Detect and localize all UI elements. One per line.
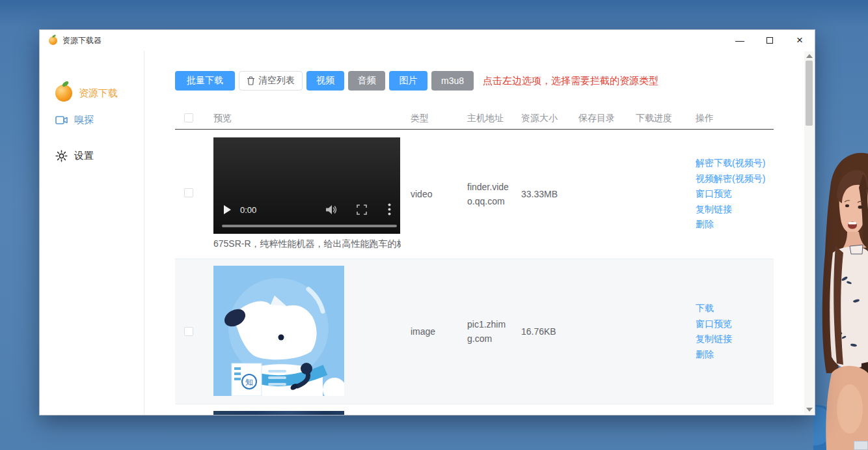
- sidebar-item-settings[interactable]: 设置: [55, 150, 94, 162]
- table-row: [175, 404, 774, 415]
- action-window-preview[interactable]: 窗口预览: [696, 186, 732, 202]
- row-checkbox[interactable]: [184, 188, 193, 197]
- cell-actions: 下载 窗口预览 复制链接 删除: [696, 259, 779, 404]
- app-logo-icon: [49, 36, 57, 45]
- wallpaper-character: [813, 148, 868, 450]
- action-download[interactable]: 下载: [696, 301, 714, 316]
- tangerine-icon: [55, 85, 72, 102]
- filter-hint-text: 点击左边选项，选择需要拦截的资源类型: [483, 71, 658, 91]
- video-caption: 675SR-R，纯粹性能机器，给出高性能跑车的标: [213, 238, 401, 250]
- vertical-scrollbar[interactable]: [804, 51, 814, 414]
- volume-icon[interactable]: [325, 204, 337, 215]
- header-progress: 下载进度: [636, 107, 672, 129]
- filter-audio-button[interactable]: 音频: [348, 71, 385, 91]
- cell-host: pic1.zhimg.com: [467, 259, 513, 404]
- filter-image-button[interactable]: 图片: [389, 71, 427, 91]
- fullscreen-icon[interactable]: [357, 204, 367, 215]
- resource-table: 预览 类型 主机地址 资源大小 保存目录 下载进度 操作 0:00: [175, 107, 774, 415]
- batch-download-button[interactable]: 批量下载: [175, 71, 235, 91]
- close-button[interactable]: ×: [785, 30, 815, 51]
- scroll-down-icon[interactable]: [806, 408, 813, 412]
- window-title: 资源下载器: [62, 35, 102, 46]
- sidebar-item-resource-download[interactable]: 资源下载: [55, 85, 118, 102]
- video-preview-player[interactable]: 0:00: [213, 137, 400, 234]
- row-checkbox[interactable]: [184, 327, 193, 336]
- action-window-preview[interactable]: 窗口预览: [696, 316, 732, 332]
- header-actions: 操作: [696, 107, 714, 129]
- clear-list-button[interactable]: 清空列表: [239, 71, 303, 91]
- clear-list-label: 清空列表: [258, 75, 295, 87]
- table-header-row: 预览 类型 主机地址 资源大小 保存目录 下载进度 操作: [175, 107, 774, 130]
- cell-size: 16.76KB: [521, 259, 556, 404]
- cell-type: video: [411, 130, 432, 259]
- action-delete[interactable]: 删除: [696, 347, 714, 363]
- cell-host: finder.video.qq.com: [467, 130, 513, 259]
- action-decrypt-download[interactable]: 解密下载(视频号): [696, 156, 765, 171]
- table-row: 知 image pic1.zhimg.com 16.76KB 下载 窗口预览: [175, 259, 774, 404]
- player-progress-bar[interactable]: [222, 225, 397, 227]
- video-camera-icon: [55, 115, 68, 125]
- taskbar-corner-widget: [854, 441, 868, 450]
- cell-type: image: [411, 259, 435, 404]
- app-window: 资源下载器 — × 资源下载 嗅探: [39, 29, 815, 415]
- action-copy-link[interactable]: 复制链接: [696, 331, 732, 347]
- filter-video-button[interactable]: 视频: [306, 71, 344, 91]
- action-video-decrypt[interactable]: 视频解密(视频号): [696, 171, 765, 187]
- play-icon[interactable]: [224, 205, 231, 214]
- header-host: 主机地址: [467, 107, 504, 129]
- header-savedir: 保存目录: [578, 107, 615, 129]
- filter-m3u8-button[interactable]: m3u8: [431, 71, 474, 91]
- action-copy-link[interactable]: 复制链接: [696, 202, 732, 218]
- image-preview-zhihu-dog[interactable]: 知: [213, 266, 344, 396]
- player-menu-icon[interactable]: [388, 203, 391, 216]
- sidebar-item-label: 设置: [74, 150, 94, 162]
- select-all-checkbox[interactable]: [184, 113, 193, 122]
- scrollbar-thumb[interactable]: [806, 61, 813, 126]
- action-delete[interactable]: 删除: [696, 217, 714, 232]
- header-size: 资源大小: [521, 107, 558, 129]
- minimize-icon: —: [735, 35, 744, 46]
- sidebar-item-label: 资源下载: [79, 87, 118, 100]
- cell-actions: 解密下载(视频号) 视频解密(视频号) 窗口预览 复制链接 删除: [696, 130, 779, 259]
- close-icon: ×: [796, 34, 803, 47]
- image-preview-partial[interactable]: [213, 411, 344, 415]
- desktop-background: 资源下载器 — × 资源下载 嗅探: [0, 0, 868, 450]
- trash-icon: [247, 76, 255, 85]
- sidebar-item-label: 嗅探: [74, 114, 94, 126]
- zhihu-badge-text: 知: [245, 378, 253, 387]
- header-type: 类型: [411, 107, 429, 129]
- titlebar: 资源下载器 — ×: [40, 30, 815, 51]
- maximize-button[interactable]: [755, 30, 785, 51]
- sidebar: 资源下载 嗅探 设置: [40, 51, 144, 415]
- gear-icon: [55, 150, 68, 162]
- sidebar-item-sniff[interactable]: 嗅探: [55, 114, 94, 126]
- minimize-button[interactable]: —: [725, 30, 755, 51]
- table-row: 0:00: [175, 130, 774, 259]
- player-time: 0:00: [240, 205, 256, 215]
- scroll-up-icon[interactable]: [806, 54, 813, 58]
- cell-size: 33.33MB: [521, 130, 558, 259]
- header-preview: 预览: [213, 107, 232, 129]
- maximize-icon: [766, 37, 773, 44]
